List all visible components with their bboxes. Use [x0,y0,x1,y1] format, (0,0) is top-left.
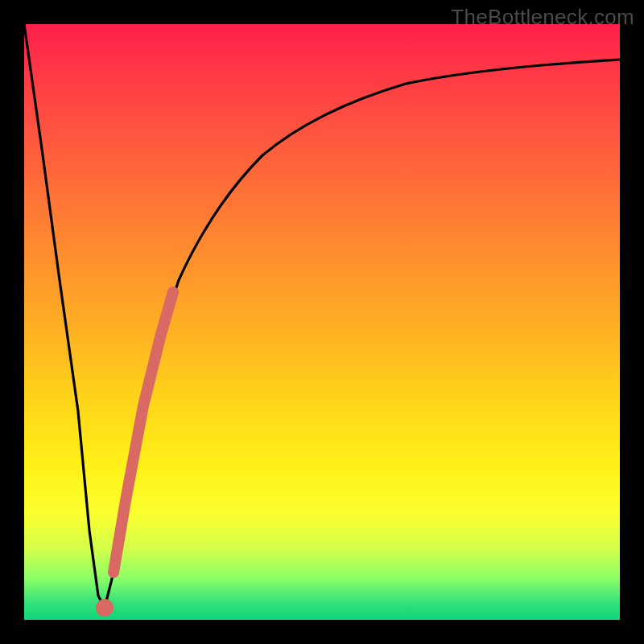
plot-area [24,24,620,620]
minimum-dot [96,599,114,617]
bottleneck-curve [24,24,620,608]
curve-layer [24,24,620,620]
watermark-text: TheBottleneck.com [451,5,634,30]
highlight-segment [114,292,173,572]
chart-frame: TheBottleneck.com [0,0,644,644]
